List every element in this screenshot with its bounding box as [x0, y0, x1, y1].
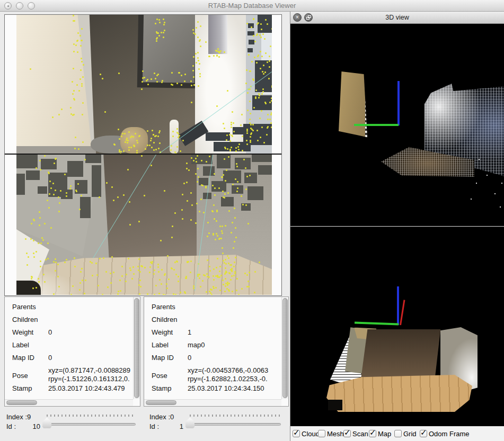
checkbox-grid[interactable]: Grid	[394, 430, 420, 438]
field-value: 0	[48, 354, 52, 362]
field-label: Label	[12, 341, 48, 349]
slider-ticks	[190, 415, 281, 417]
checkbox-box[interactable]	[293, 430, 300, 437]
index-value: 9	[27, 413, 31, 421]
field-label: Weight	[152, 328, 188, 336]
horizontal-scrollbar[interactable]	[5, 399, 133, 406]
node-info-rows-a: Parents Children Weight0 Label Map ID0 P…	[5, 297, 132, 399]
field-value: xyz=(-0.00453766,-0.0063 rpy=(-1.62882,1…	[188, 366, 268, 383]
scrollbar-thumb[interactable]	[6, 400, 37, 405]
id-label: Id :	[6, 422, 16, 431]
field-label: Stamp	[152, 384, 188, 392]
feature-points-bottom	[16, 155, 272, 295]
point-cloud-wall-tan	[339, 71, 367, 139]
checkbox-label: Mesh	[327, 430, 343, 438]
id-value: 1	[180, 422, 183, 431]
id-label: Id :	[149, 422, 159, 431]
app-window: RTAB-Map Database Viewer	[0, 0, 504, 441]
camera-image-bottom	[16, 155, 272, 295]
field-label: Children	[152, 316, 188, 323]
vertical-scrollbar[interactable]	[281, 297, 288, 399]
field-value: 0	[48, 328, 52, 337]
checkbox-scan[interactable]: Scan	[343, 430, 369, 438]
node-b-slider-group: Index :0 Id :1	[149, 411, 282, 435]
checkbox-box[interactable]	[420, 430, 427, 437]
node-a-id-slider[interactable]	[41, 411, 137, 433]
slider-ticks	[47, 415, 136, 417]
field-label: Label	[152, 341, 188, 349]
node-b-id-slider[interactable]	[184, 411, 282, 433]
checkbox-label: Scan	[352, 430, 368, 438]
feature-points-top	[16, 15, 272, 154]
axis-z-blue	[397, 286, 399, 325]
node-info-panel-b: Parents Children Weight1 Labelmap0 Map I…	[144, 296, 289, 407]
field-label: Stamp	[12, 384, 48, 392]
index-label: Index :	[6, 413, 27, 421]
node-info-panel-a: Parents Children Weight0 Label Map ID0 P…	[4, 296, 140, 407]
axis-y-green	[355, 322, 399, 326]
room-stairs-mesh	[361, 329, 443, 379]
room-floor-mesh	[326, 375, 472, 412]
field-label: Parents	[152, 303, 188, 311]
slider-groove[interactable]	[42, 423, 136, 426]
3d-view-options-row: Cloud Mesh Scan Map Grid Odom Frame	[290, 426, 504, 441]
field-value: 25.03.2017 10:24:34.150	[188, 384, 264, 393]
scrollbar-thumb[interactable]	[282, 298, 288, 398]
node-b-slider-labels: Index :0 Id :1	[149, 412, 183, 431]
3d-viewport-top[interactable]	[290, 24, 504, 226]
node-a-slider-labels: Index :9 Id :10	[6, 412, 40, 431]
scrollbar-thumb[interactable]	[146, 400, 176, 405]
slider-thumb[interactable]	[185, 418, 194, 428]
field-label: Map ID	[12, 354, 48, 362]
slider-thumb[interactable]	[42, 418, 51, 428]
horizontal-scrollbar[interactable]	[144, 399, 281, 406]
scrollbar-thumb[interactable]	[134, 298, 139, 398]
checkbox-cloud[interactable]: Cloud	[293, 430, 318, 438]
node-info-rows-b: Parents Children Weight1 Labelmap0 Map I…	[144, 297, 281, 399]
field-value: 1	[188, 328, 191, 337]
3d-viewport-bottom[interactable]	[290, 227, 504, 426]
field-value: 0	[188, 354, 191, 362]
checkbox-label: Odom Frame	[429, 430, 470, 438]
dock-panel-3d-view: × 3D view Cloud Mesh	[290, 12, 504, 441]
axis-z-blue	[397, 81, 400, 125]
checkbox-label: Grid	[403, 430, 417, 438]
field-label: Pose	[152, 372, 188, 380]
id-value: 10	[33, 422, 40, 431]
camera-image-top	[16, 15, 272, 154]
slider-groove[interactable]	[185, 423, 281, 426]
checkbox-odom-frame[interactable]: Odom Frame	[420, 430, 470, 438]
checkbox-box[interactable]	[343, 430, 351, 437]
field-label: Parents	[12, 303, 48, 311]
field-label: Map ID	[152, 354, 188, 362]
checkbox-box[interactable]	[369, 430, 376, 437]
window-titlebar: RTAB-Map Database Viewer	[0, 0, 504, 12]
checkbox-map[interactable]: Map	[369, 430, 394, 438]
field-label: Children	[12, 316, 48, 323]
checkbox-label: Map	[378, 430, 391, 438]
checkbox-label: Cloud	[302, 430, 318, 438]
axis-x-red	[400, 300, 405, 325]
checkbox-mesh[interactable]: Mesh	[318, 430, 343, 438]
room-dark-spot	[328, 400, 342, 410]
axis-y-green	[354, 124, 399, 126]
viewport-divider[interactable]	[290, 226, 504, 227]
node-a-slider-group: Index :9 Id :10	[6, 411, 137, 435]
panel-title: 3D view	[290, 14, 504, 21]
3d-view-titlebar[interactable]: × 3D view	[290, 12, 504, 24]
image-comparison-panel	[4, 14, 282, 296]
window-title: RTAB-Map Database Viewer	[0, 2, 504, 10]
field-label: Weight	[12, 328, 48, 336]
field-value: map0	[188, 341, 205, 349]
field-value: xyz=(0.871747,-0.0088289 rpy=(-1.51226,0…	[48, 366, 130, 383]
vertical-scrollbar[interactable]	[133, 297, 140, 399]
index-value: 0	[170, 413, 174, 421]
checkbox-box[interactable]	[394, 430, 402, 437]
index-label: Index :	[149, 413, 170, 421]
field-value: 25.03.2017 10:24:43.479	[48, 384, 125, 393]
checkbox-box[interactable]	[318, 430, 325, 437]
field-label: Pose	[12, 372, 48, 380]
